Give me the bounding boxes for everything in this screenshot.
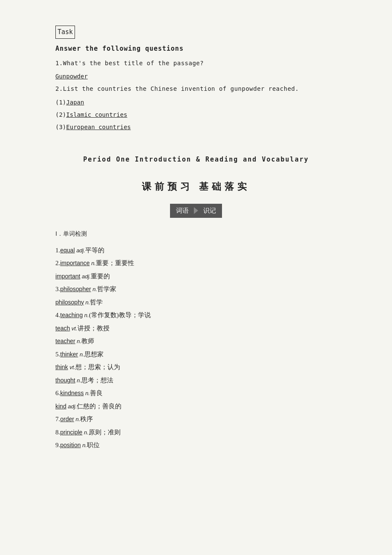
vocab-sub-pos: vt. (70, 325, 77, 332)
q2-answer-3: (3)European countries (55, 122, 337, 133)
vocab-word: philosopher (60, 286, 91, 292)
vocab-sub-5-2: thought n.思考；想法 (55, 374, 337, 387)
vocab-item-1: 1.equal adj.平等的 (55, 244, 337, 257)
vocab-sub-3-1: philosophy n.哲学 (55, 296, 337, 309)
vocab-sub-4-2: teacher n.教师 (55, 335, 337, 347)
vocab-sub-pos: adj. (66, 403, 77, 410)
vocab-pos: n. (90, 260, 96, 266)
vocab-sub-pos: vt. (68, 364, 75, 370)
vocab-word: position (60, 442, 81, 448)
vocab-item-3: 3.philosopher n.哲学家 (55, 283, 337, 295)
vocab-pos: n. (84, 390, 90, 396)
question-1-answer: Gunpowder (55, 71, 337, 82)
vocab-meaning: (常作复数)教导；学说 (89, 312, 151, 318)
vocab-word: kindness (60, 390, 84, 396)
vocab-word: teaching (60, 312, 83, 318)
vocab-word: importance (60, 260, 89, 266)
task-heading: Answer the following questions (55, 43, 337, 55)
vocab-number: 9. (55, 442, 60, 448)
vocab-pos: n. (82, 429, 88, 436)
vocab-sub-meaning: 想；思索；认为 (75, 364, 120, 370)
vocab-item-5: 5.thinker n.思想家 (55, 348, 337, 361)
vocab-sub-5-1: think vt.想；思索；认为 (55, 361, 337, 373)
vocab-pos: n. (78, 351, 84, 358)
vocab-number: 5. (55, 351, 60, 358)
vocab-sub-meaning: 教师 (81, 338, 94, 344)
vocab-badge-container: 词语 识记 (55, 204, 337, 218)
vocab-meaning: 思想家 (84, 351, 104, 358)
vocab-meaning: 哲学家 (97, 286, 116, 292)
vocab-sub-meaning: 思考；想法 (81, 377, 113, 384)
vocab-word: order (60, 416, 74, 422)
vocab-sub-meaning: 重要的 (91, 273, 110, 280)
vocab-sub-pos: n. (75, 338, 81, 344)
task-section: Task Answer the following questions 1.Wh… (55, 26, 337, 133)
vocab-meaning: 善良 (90, 390, 103, 396)
vocab-sub-meaning: 仁慈的；善良的 (77, 403, 121, 410)
question-2-text: 2.List the countries the Chinese inventi… (55, 84, 337, 94)
badge-left: 词语 (176, 205, 189, 217)
vocab-item-8: 8.principle n.原则；准则 (55, 426, 337, 439)
vocab-word: equal (60, 247, 75, 254)
vocab-sub-meaning: 哲学 (90, 299, 103, 306)
vocab-list: 1.equal adj.平等的2.importance n.重要；重要性impo… (55, 244, 337, 451)
vocab-sub-word: important (55, 273, 80, 280)
vocab-number: 8. (55, 429, 60, 436)
vocab-sub-word: teacher (55, 338, 75, 344)
q2-answers: (1)Japan (2)Islamic countries (3)Europea… (55, 97, 337, 133)
vocab-sub-word: kind (55, 403, 66, 410)
task-label: Task (55, 26, 75, 39)
vocab-sub-4-1: teach vt.讲授；教授 (55, 322, 337, 335)
vocab-meaning: 职位 (87, 442, 100, 448)
vocab-sub-word: philosophy (55, 299, 84, 306)
vocab-pos: adj. (75, 247, 86, 254)
badge-arrow (194, 207, 198, 214)
badge-right: 识记 (203, 205, 216, 217)
vocab-item-9: 9.position n.职位 (55, 439, 337, 451)
vocab-item-4: 4.teaching n.(常作复数)教导；学说 (55, 309, 337, 321)
q2-answer-2: (2)Islamic countries (55, 110, 337, 120)
vocab-item-2: 2.importance n.重要；重要性 (55, 257, 337, 269)
q2-answer-1: (1)Japan (55, 97, 337, 108)
vocab-meaning: 原则；准则 (89, 429, 121, 436)
vocab-pos: n. (74, 416, 80, 422)
vocab-word: thinker (60, 351, 78, 358)
vocab-word: principle (60, 429, 82, 436)
vocab-number: 2. (55, 260, 60, 266)
period-section: Period One Introduction & Reading and Vo… (55, 154, 337, 165)
main-title-section: 课前预习 基础落实 (55, 178, 337, 195)
vocab-item-6: 6.kindness n.善良 (55, 387, 337, 399)
vocab-number: 1. (55, 247, 60, 254)
vocab-sub-6-1: kind adj.仁慈的；善良的 (55, 400, 337, 413)
vocab-pos: n. (91, 286, 97, 292)
vocab-meaning: 重要；重要性 (96, 260, 134, 266)
vocab-item-7: 7.order n.秩序 (55, 413, 337, 425)
vocab-number: 4. (55, 312, 60, 318)
vocab-badge: 词语 识记 (170, 204, 222, 218)
question-1-text: 1.What's the best title of the passage? (55, 58, 337, 69)
main-title: 课前预习 基础落实 (55, 178, 337, 195)
vocab-number: 7. (55, 416, 60, 422)
vocab-section-header: Ⅰ．单词检测 (55, 228, 337, 239)
vocab-sub-pos: n. (75, 377, 81, 384)
vocab-sub-meaning: 讲授；教授 (78, 325, 110, 332)
vocab-pos: n. (83, 312, 89, 318)
vocab-meaning: 平等的 (85, 247, 104, 254)
vocab-sub-pos: n. (84, 299, 90, 306)
vocab-number: 3. (55, 286, 60, 292)
vocab-sub-word: think (55, 364, 68, 370)
vocab-meaning: 秩序 (80, 416, 93, 422)
vocab-number: 6. (55, 390, 60, 396)
vocab-sub-word: teach (55, 325, 70, 332)
vocab-pos: n. (81, 442, 87, 448)
vocab-sub-2-1: important adj.重要的 (55, 270, 337, 283)
period-title: Period One Introduction & Reading and Vo… (55, 154, 337, 165)
vocab-sub-pos: adj. (80, 273, 91, 280)
vocab-sub-word: thought (55, 377, 75, 384)
